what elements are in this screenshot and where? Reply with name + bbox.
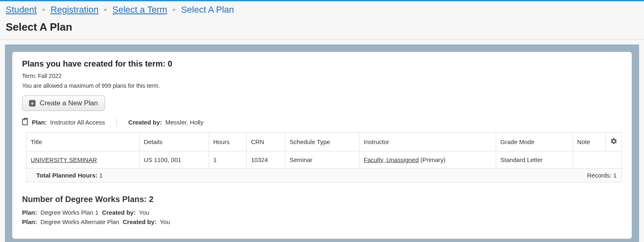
records-label: Records: (587, 172, 613, 179)
col-settings[interactable] (606, 133, 622, 151)
plans-created-heading-text: Plans you have created for this term: (22, 59, 168, 68)
total-hours: Total Planned Hours: 1 (36, 172, 103, 179)
course-title-link[interactable]: UNIVERSITY SEMINAR (31, 156, 97, 163)
dw-plan-line: Plan: Degree Works Alternate Plan Create… (22, 218, 622, 227)
breadcrumb-select-term[interactable]: Select a Term (112, 4, 167, 15)
create-new-plan-button[interactable]: + Create a New Plan (22, 95, 105, 111)
dw-created-by-value: You (139, 209, 149, 216)
records-count: Records: 1 (587, 172, 617, 179)
plan-table: Title Details Hours CRN Schedule Type In… (26, 132, 622, 169)
degree-works-section: Number of Degree Works Plans: 2 Plan: De… (22, 195, 622, 226)
meta-divider (116, 118, 117, 127)
plans-created-heading: Plans you have created for this term: 0 (22, 59, 622, 69)
breadcrumb-registration[interactable]: Registration (51, 4, 98, 15)
content-panel: Plans you have created for this term: 0 … (12, 52, 632, 239)
cell-schedule-type: Seminar (285, 151, 359, 169)
plans-created-count: 0 (168, 59, 172, 68)
cell-crn: 10324 (247, 151, 285, 169)
breadcrumb-separator-icon (104, 9, 107, 11)
col-note[interactable]: Note (573, 133, 606, 151)
col-hours[interactable]: Hours (209, 133, 247, 151)
breadcrumb-separator-icon (42, 9, 45, 11)
col-title[interactable]: Title (27, 133, 140, 151)
dw-plan-value: Degree Works Plan 1 (40, 209, 98, 216)
term-line: Term: Fall 2022 (22, 73, 622, 79)
total-hours-value: 1 (99, 172, 103, 179)
table-header-row: Title Details Hours CRN Schedule Type In… (27, 133, 622, 151)
table-row: UNIVERSITY SEMINAR US 1100, 001 1 10324 … (27, 151, 622, 169)
degree-works-heading: Number of Degree Works Plans: 2 (22, 195, 622, 204)
cell-grade-mode: Standard Letter (496, 151, 573, 169)
dw-heading-text: Number of Degree Works Plans: (22, 195, 149, 204)
cell-title: UNIVERSITY SEMINAR (27, 151, 140, 169)
breadcrumb: Student Registration Select a Term Selec… (0, 1, 644, 18)
table-footer: Total Planned Hours: 1 Records: 1 (26, 169, 622, 182)
divider (0, 39, 644, 40)
plan-meta-row: Plan: Instructor All Access Created by: … (22, 118, 622, 127)
dw-count: 2 (149, 195, 154, 204)
created-by-value: Messler, Holly (165, 119, 203, 126)
col-details[interactable]: Details (139, 133, 209, 151)
instructor-suffix: (Primary) (419, 156, 446, 163)
cell-instructor: Faculty, Unassigned (Primary) (359, 151, 496, 169)
breadcrumb-student[interactable]: Student (6, 4, 37, 15)
dw-plan-label: Plan: (22, 209, 37, 216)
create-new-plan-label: Create a New Plan (40, 99, 98, 107)
dw-plan-value: Degree Works Alternate Plan (40, 218, 119, 225)
col-grade-mode[interactable]: Grade Mode (496, 133, 573, 151)
plan-value: Instructor All Access (50, 119, 105, 126)
col-schedule-type[interactable]: Schedule Type (285, 133, 359, 151)
instructor-link[interactable]: Faculty, Unassigned (363, 156, 419, 163)
cell-note (573, 151, 622, 169)
col-crn[interactable]: CRN (247, 133, 285, 151)
created-by-label: Created by: (128, 119, 162, 126)
dw-created-by-value: You (160, 218, 170, 225)
clipboard-icon (22, 119, 28, 125)
term-value: Fall 2022 (38, 73, 62, 79)
breadcrumb-separator-icon (173, 9, 175, 11)
cell-hours: 1 (209, 151, 247, 169)
breadcrumb-current: Select A Plan (181, 4, 234, 15)
plus-icon: + (29, 100, 36, 107)
col-instructor[interactable]: Instructor (359, 133, 496, 151)
dw-created-by-label: Created by: (102, 209, 136, 216)
max-plans-text: You are allowed a maximum of 999 plans f… (22, 82, 622, 89)
content-frame: Plans you have created for this term: 0 … (5, 44, 639, 242)
page-title: Select A Plan (0, 18, 644, 39)
gear-icon[interactable] (610, 139, 617, 146)
records-value: 1 (613, 172, 617, 179)
dw-plan-line: Plan: Degree Works Plan 1 Created by: Yo… (22, 208, 622, 218)
cell-details: US 1100, 001 (139, 151, 209, 169)
plan-label: Plan: (32, 119, 47, 126)
total-hours-label: Total Planned Hours: (36, 172, 99, 179)
dw-created-by-label: Created by: (123, 218, 157, 225)
dw-plan-label: Plan: (22, 218, 37, 225)
term-label: Term: (22, 73, 38, 79)
